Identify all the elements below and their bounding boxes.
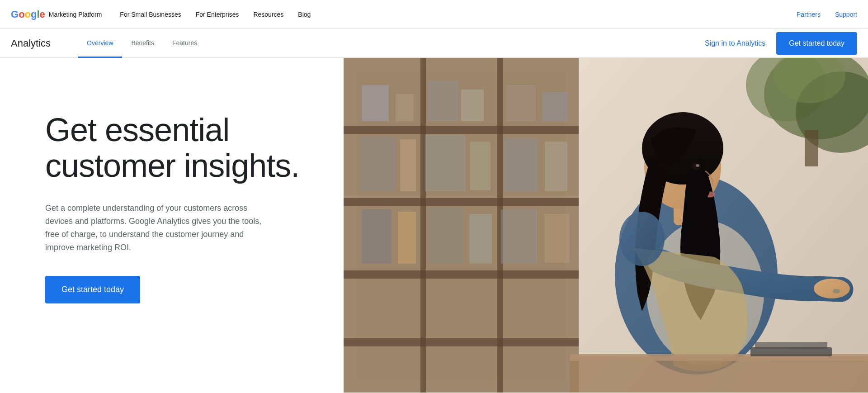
google-letter-g: G <box>11 9 19 20</box>
svg-rect-16 <box>359 137 396 191</box>
svg-rect-10 <box>362 85 389 121</box>
svg-rect-11 <box>396 94 414 121</box>
sub-nav-links: Overview Benefits Features <box>78 29 705 57</box>
top-navigation: Google Marketing Platform For Small Busi… <box>0 0 868 29</box>
svg-rect-24 <box>427 207 463 264</box>
svg-point-48 <box>619 212 665 266</box>
google-letter-o2: o <box>25 9 31 20</box>
svg-rect-8 <box>420 58 426 393</box>
svg-rect-20 <box>504 138 538 192</box>
marketing-platform-label: Marketing Platform <box>49 11 102 18</box>
svg-rect-21 <box>545 142 567 191</box>
tab-overview[interactable]: Overview <box>78 29 122 58</box>
analytics-brand-label: Analytics <box>11 38 51 49</box>
svg-rect-22 <box>362 209 391 264</box>
top-nav-links: For Small Businesses For Enterprises Res… <box>120 11 797 18</box>
svg-rect-18 <box>425 135 466 191</box>
svg-rect-17 <box>400 139 416 191</box>
svg-point-41 <box>696 164 699 167</box>
svg-rect-6 <box>344 270 579 279</box>
nav-blog[interactable]: Blog <box>298 11 311 18</box>
nav-for-enterprises[interactable]: For Enterprises <box>196 11 239 18</box>
sub-nav-right: Sign in to Analytics Get started today <box>705 32 857 55</box>
nav-for-small-businesses[interactable]: For Small Businesses <box>120 11 181 18</box>
svg-point-43 <box>833 289 840 294</box>
get-started-hero-button[interactable]: Get started today <box>45 276 140 303</box>
svg-point-40 <box>692 163 701 170</box>
get-started-header-button[interactable]: Get started today <box>776 32 857 55</box>
svg-rect-25 <box>469 214 492 264</box>
hero-image <box>344 58 868 393</box>
google-letter-o1: o <box>19 9 24 20</box>
hero-content: Get essential customer insights. Get a c… <box>0 58 344 393</box>
nav-resources[interactable]: Resources <box>253 11 283 18</box>
tab-features[interactable]: Features <box>163 29 206 58</box>
hero-description: Get a complete understanding of your cus… <box>45 202 262 254</box>
svg-rect-5 <box>344 198 579 206</box>
sign-in-analytics-link[interactable]: Sign in to Analytics <box>705 39 765 47</box>
svg-rect-7 <box>344 338 579 346</box>
hero-section: Get essential customer insights. Get a c… <box>0 58 868 393</box>
google-letter-g2: g <box>31 9 37 20</box>
svg-rect-23 <box>398 212 416 264</box>
svg-rect-14 <box>506 85 536 121</box>
hero-title: Get essential customer insights. <box>45 112 316 184</box>
svg-rect-13 <box>461 90 484 121</box>
svg-rect-34 <box>805 130 818 166</box>
svg-rect-19 <box>470 142 491 190</box>
svg-rect-26 <box>501 209 537 264</box>
svg-rect-47 <box>755 342 827 349</box>
tab-benefits[interactable]: Benefits <box>122 29 163 58</box>
hero-image-area <box>344 58 868 393</box>
svg-rect-15 <box>542 92 567 121</box>
svg-rect-4 <box>344 126 579 134</box>
google-letter-e: e <box>40 9 45 20</box>
svg-point-42 <box>814 279 850 298</box>
svg-rect-44 <box>570 356 868 393</box>
nav-support[interactable]: Support <box>835 11 857 18</box>
svg-rect-12 <box>427 80 459 121</box>
top-nav-right: Partners Support <box>797 11 857 18</box>
logo-area: Google Marketing Platform <box>11 9 102 20</box>
nav-partners[interactable]: Partners <box>797 11 821 18</box>
google-logo[interactable]: Google <box>11 9 45 20</box>
svg-rect-27 <box>545 214 570 263</box>
sub-navigation: Analytics Overview Benefits Features Sig… <box>0 29 868 58</box>
